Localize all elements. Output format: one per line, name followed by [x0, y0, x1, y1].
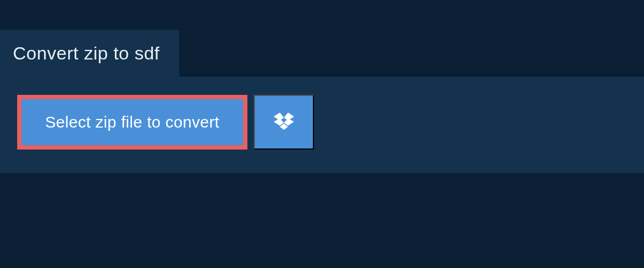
dropbox-button[interactable] — [254, 95, 314, 150]
tab-header: Convert zip to sdf — [0, 30, 179, 77]
button-row: Select zip file to convert — [17, 95, 627, 150]
select-file-button[interactable]: Select zip file to convert — [17, 95, 247, 150]
page-title: Convert zip to sdf — [13, 43, 160, 64]
dropbox-icon — [274, 112, 294, 133]
content-panel: Select zip file to convert — [0, 77, 644, 173]
